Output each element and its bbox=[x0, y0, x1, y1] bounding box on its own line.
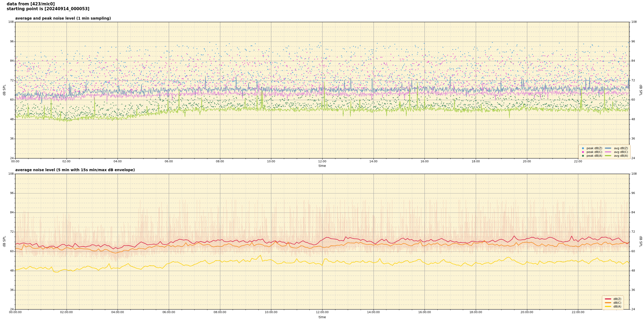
y-tick-label-left: 24 bbox=[2, 156, 14, 160]
x-tick-label: 06:00 bbox=[165, 160, 173, 163]
y-tick-label-left: 72 bbox=[2, 230, 14, 233]
chart2-ylabel-right: dB SPL bbox=[639, 236, 643, 247]
y-tick-label-left: 72 bbox=[2, 79, 14, 82]
y-tick-label-left: 84 bbox=[2, 211, 14, 214]
x-tick-label: 22:00:00 bbox=[572, 310, 584, 314]
y-tick-label-right: 24 bbox=[631, 308, 635, 311]
legend-label-dba: dB(A) bbox=[613, 305, 621, 308]
legend-label-dbc: dB(C) bbox=[613, 301, 621, 305]
y-tick-label-left: 36 bbox=[2, 288, 14, 291]
x-tick-label: 10:00:00 bbox=[265, 310, 277, 314]
chart1-title: average and peak noise level (1 min samp… bbox=[15, 16, 111, 20]
header-line1: data from [423/mic0] bbox=[7, 2, 55, 6]
y-tick-label-left: 36 bbox=[2, 137, 14, 140]
legend-label-avg-dba: avg dB(A) bbox=[614, 154, 628, 158]
chart1-ylabel-left: dB SPL bbox=[2, 85, 6, 96]
x-tick-label: 12:00:00 bbox=[316, 310, 328, 314]
x-tick-label: 18:00:00 bbox=[469, 310, 482, 314]
chart1-xlabel: time bbox=[319, 164, 326, 168]
y-tick-label-right: 96 bbox=[631, 40, 635, 43]
legend-label-dbz: dB(Z) bbox=[613, 297, 621, 301]
x-tick-label: 02:00 bbox=[63, 160, 71, 163]
y-tick-label-left: 48 bbox=[2, 118, 14, 121]
x-tick-label: 18:00 bbox=[472, 160, 480, 163]
chart2-legend: dB(Z) dB(C) dB(A) bbox=[602, 295, 624, 310]
y-tick-label-right: 108 bbox=[631, 172, 637, 175]
chart1-legend: peak dB(Z) avg dB(Z) peak dB(C) avg dB(C… bbox=[578, 145, 631, 159]
legend-line-avg-dba-icon bbox=[605, 155, 611, 156]
legend-line-avg-dbc-icon bbox=[605, 151, 611, 152]
legend-line-dbz-icon bbox=[605, 298, 611, 300]
x-tick-label: 10:00 bbox=[267, 160, 275, 163]
chart2-title: average noise level (5 min with 15s min/… bbox=[15, 168, 135, 172]
legend-dot-peak-dba-icon bbox=[582, 155, 584, 157]
x-tick-label: 14:00:00 bbox=[367, 310, 380, 314]
y-tick-label-right: 72 bbox=[631, 230, 635, 233]
x-tick-label: 12:00 bbox=[318, 160, 326, 163]
chart1-ylabel-right: dB SPL bbox=[639, 85, 643, 96]
y-tick-label-left: 84 bbox=[2, 59, 14, 62]
y-tick-label-right: 48 bbox=[631, 269, 635, 272]
y-tick-label-right: 84 bbox=[631, 211, 635, 214]
chart2-ylabel-left: dB SPL bbox=[2, 236, 6, 247]
legend-label-avg-dbz: avg dB(Z) bbox=[614, 146, 628, 150]
y-tick-label-left: 96 bbox=[2, 191, 14, 195]
x-tick-label: 22:00 bbox=[574, 160, 582, 163]
y-tick-label-left: 96 bbox=[2, 40, 14, 43]
x-tick-label: 04:00 bbox=[114, 160, 122, 163]
y-tick-label-left: 60 bbox=[2, 98, 14, 101]
legend-label-peak-dbz: peak dB(Z) bbox=[587, 146, 602, 150]
x-tick-label: 02:00:00 bbox=[60, 310, 73, 314]
y-tick-label-right: 24 bbox=[631, 156, 635, 160]
y-tick-label-right: 84 bbox=[631, 59, 635, 62]
x-tick-label: 00:00 bbox=[11, 160, 19, 163]
header-line2: starting point is [20240914_000053] bbox=[7, 6, 89, 11]
y-tick-label-left: 108 bbox=[2, 172, 14, 175]
y-tick-label-right: 72 bbox=[631, 79, 635, 82]
y-tick-label-right: 36 bbox=[631, 288, 635, 291]
y-tick-label-right: 96 bbox=[631, 191, 635, 195]
y-tick-label-left: 48 bbox=[2, 269, 14, 272]
figure: data from [423/mic0] starting point is [… bbox=[0, 0, 644, 322]
x-tick-label: 16:00:00 bbox=[418, 310, 431, 314]
legend-dot-peak-dbc-icon bbox=[582, 151, 584, 153]
x-tick-label: 20:00 bbox=[523, 160, 531, 163]
legend-label-peak-dba: peak dB(A) bbox=[587, 154, 602, 158]
x-tick-label: 00:00:00 bbox=[9, 310, 21, 314]
y-tick-label-left: 108 bbox=[2, 20, 14, 23]
chart2-xlabel: time bbox=[319, 315, 326, 319]
y-tick-label-right: 48 bbox=[631, 118, 635, 121]
legend-line-dba-icon bbox=[605, 306, 611, 307]
y-tick-label-right: 36 bbox=[631, 137, 635, 140]
y-tick-label-right: 60 bbox=[631, 98, 635, 101]
x-tick-label: 08:00 bbox=[216, 160, 224, 163]
y-tick-label-left: 60 bbox=[2, 250, 14, 253]
x-tick-label: 04:00:00 bbox=[111, 310, 124, 314]
y-tick-label-left: 24 bbox=[2, 308, 14, 311]
y-tick-label-right: 60 bbox=[631, 250, 635, 253]
x-tick-label: 20:00:00 bbox=[521, 310, 533, 314]
x-tick-label: 06:00:00 bbox=[162, 310, 175, 314]
legend-label-peak-dbc: peak dB(C) bbox=[587, 150, 602, 154]
y-tick-label-right: 108 bbox=[631, 20, 637, 23]
x-tick-label: 08:00:00 bbox=[214, 310, 226, 314]
legend-dot-peak-dbz-icon bbox=[582, 147, 584, 149]
legend-line-avg-dbz-icon bbox=[605, 148, 611, 149]
legend-label-avg-dbc: avg dB(C) bbox=[614, 150, 628, 154]
x-tick-label: 14:00 bbox=[369, 160, 378, 163]
x-tick-label: 16:00 bbox=[420, 160, 429, 163]
legend-line-dbc-icon bbox=[605, 302, 611, 303]
